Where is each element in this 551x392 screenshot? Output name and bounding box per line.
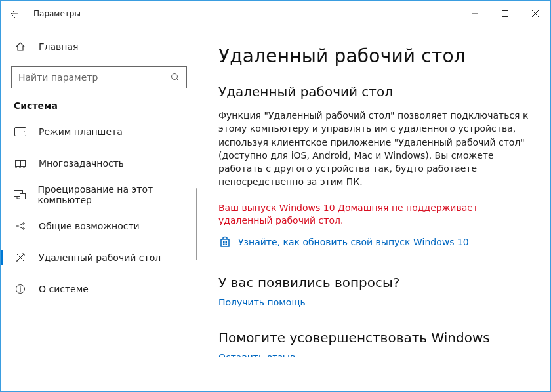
svg-rect-4: [16, 161, 20, 167]
nav-item-about[interactable]: О системе: [1, 273, 197, 305]
questions-title: У вас появились вопросы?: [218, 275, 529, 290]
nav-item-projecting[interactable]: Проецирование на этот компьютер: [1, 179, 197, 210]
svg-rect-5: [21, 161, 26, 167]
app-title: Параметры: [33, 9, 81, 18]
shared-icon: [14, 221, 27, 231]
svg-rect-14: [226, 241, 228, 243]
upgrade-link[interactable]: Узнайте, как обновить свой выпуск Window…: [238, 237, 469, 247]
nav-item-label: Удаленный рабочий стол: [39, 252, 161, 263]
minimize-button[interactable]: [460, 3, 490, 24]
nav-list: Режим планшета Многозадачность Проециров…: [1, 116, 197, 391]
nav-item-label: О системе: [39, 284, 89, 294]
info-icon: [14, 284, 27, 294]
svg-rect-7: [20, 194, 26, 199]
main-content: Удаленный рабочий стол Удаленный рабочий…: [197, 27, 550, 391]
store-icon: [218, 235, 232, 248]
nav-item-multitasking[interactable]: Многозадачность: [1, 147, 197, 179]
remote-desktop-icon: [14, 252, 27, 263]
section-title: Удаленный рабочий стол: [218, 84, 529, 100]
svg-rect-0: [502, 11, 508, 17]
multitasking-icon: [14, 159, 27, 168]
svg-point-12: [20, 286, 21, 288]
sidebar-group-header: Система: [1, 100, 197, 116]
settings-window: Параметры Главная: [0, 0, 551, 392]
nav-item-label: Многозадачность: [39, 158, 124, 168]
feedback-link[interactable]: Оставить отзыв: [218, 352, 529, 357]
search-input[interactable]: [12, 72, 164, 83]
maximize-button[interactable]: [490, 3, 520, 24]
svg-rect-15: [223, 243, 225, 245]
nav-item-label: Режим планшета: [39, 127, 123, 137]
nav-item-shared-experiences[interactable]: Общие возможности: [1, 210, 197, 242]
svg-rect-13: [223, 241, 225, 243]
description-text: Функция "Удаленный рабочий стол" позволя…: [218, 109, 529, 189]
sidebar: Главная Система Режим планшета: [1, 27, 197, 391]
nav-item-label: Проецирование на этот компьютер: [38, 184, 197, 205]
edition-error-text: Ваш выпуск Windows 10 Домашняя не поддер…: [218, 202, 529, 227]
svg-point-10: [23, 228, 25, 230]
back-button[interactable]: [1, 1, 27, 27]
svg-point-9: [23, 223, 25, 225]
nav-item-label: Общие возможности: [39, 221, 140, 231]
projecting-icon: [14, 190, 26, 199]
tablet-icon: [14, 127, 27, 136]
page-title: Удаленный рабочий стол: [218, 45, 529, 67]
nav-home[interactable]: Главная: [1, 33, 197, 60]
close-button[interactable]: [520, 3, 550, 24]
search-wrap: [1, 66, 197, 88]
improve-title: Помогите усовершенствовать Windows: [218, 330, 529, 345]
nav-home-label: Главная: [39, 41, 78, 52]
titlebar: Параметры: [1, 1, 550, 27]
svg-point-3: [24, 131, 25, 132]
nav-item-tablet-mode[interactable]: Режим планшета: [1, 116, 197, 147]
svg-point-8: [16, 225, 18, 227]
search-box[interactable]: [11, 66, 187, 88]
svg-rect-16: [226, 243, 228, 245]
home-icon: [14, 41, 27, 52]
search-icon: [164, 73, 186, 82]
upgrade-link-row: Узнайте, как обновить свой выпуск Window…: [218, 235, 529, 248]
get-help-link[interactable]: Получить помощь: [218, 297, 529, 307]
window-body: Главная Система Режим планшета: [1, 27, 550, 391]
svg-point-1: [172, 74, 178, 80]
nav-item-remote-desktop[interactable]: Удаленный рабочий стол: [1, 242, 197, 273]
